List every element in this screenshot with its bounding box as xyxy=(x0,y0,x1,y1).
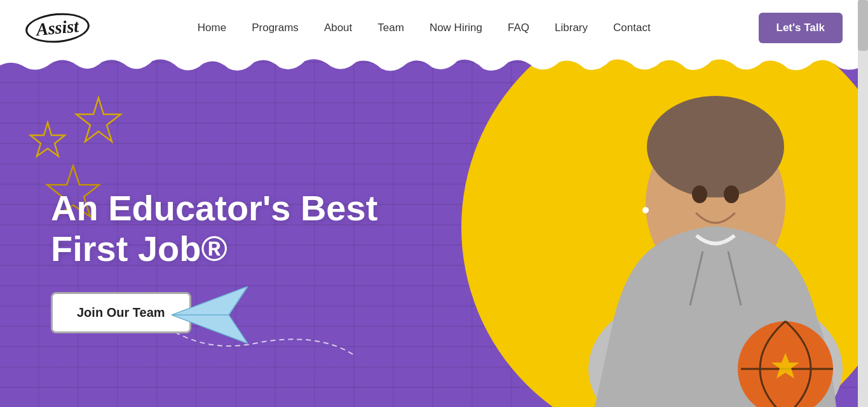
paper-plane-icon xyxy=(172,286,248,344)
nav-link-contact[interactable]: Contact xyxy=(613,22,651,34)
svg-marker-11 xyxy=(31,123,65,156)
navigation: Assist Home Programs About Team Now Hiri… xyxy=(0,0,868,56)
nav-link-home[interactable]: Home xyxy=(198,22,226,34)
nav-link-programs[interactable]: Programs xyxy=(252,22,299,34)
scrollbar-thumb[interactable] xyxy=(858,0,868,51)
headline-line2: First Job® xyxy=(51,229,227,269)
svg-point-7 xyxy=(692,185,707,203)
svg-marker-12 xyxy=(76,98,121,142)
svg-point-2 xyxy=(647,96,784,197)
nav-link-about[interactable]: About xyxy=(324,22,352,34)
lets-talk-button[interactable]: Let's Talk xyxy=(759,13,843,43)
hero-headline: An Educator's Best First Job® xyxy=(51,188,377,270)
nav-links: Home Programs About Team Now Hiring FAQ … xyxy=(198,22,651,34)
hero-person-image xyxy=(563,64,868,407)
scrollbar[interactable] xyxy=(858,0,868,407)
svg-point-8 xyxy=(724,185,739,203)
nav-link-team[interactable]: Team xyxy=(377,22,404,34)
hero-section: An Educator's Best First Job® Join Our T… xyxy=(0,56,868,407)
svg-point-9 xyxy=(642,207,649,213)
star-decoration-1 xyxy=(25,119,70,164)
nav-link-library[interactable]: Library xyxy=(555,22,588,34)
headline-line1: An Educator's Best xyxy=(51,188,377,228)
nav-link-now-hiring[interactable]: Now Hiring xyxy=(430,22,482,34)
logo[interactable]: Assist xyxy=(25,13,90,43)
nav-link-faq[interactable]: FAQ xyxy=(508,22,529,34)
logo-text: Assist xyxy=(24,11,91,46)
torn-edge-top xyxy=(0,56,868,75)
join-team-button[interactable]: Join Our Team xyxy=(51,292,191,333)
star-decoration-2 xyxy=(70,94,127,151)
